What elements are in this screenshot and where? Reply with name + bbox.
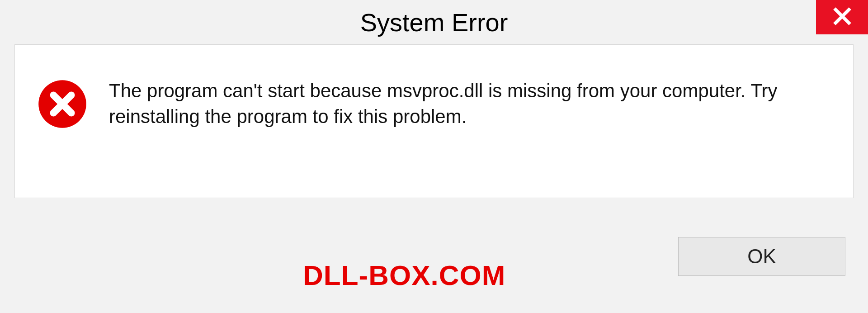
- close-icon: [832, 6, 852, 28]
- brand-watermark: DLL-BOX.COM: [303, 259, 505, 291]
- dialog-footer: DLL-BOX.COM OK: [0, 218, 868, 313]
- ok-button[interactable]: OK: [678, 237, 845, 276]
- titlebar: System Error: [0, 0, 868, 44]
- dialog-title: System Error: [360, 8, 508, 37]
- error-message: The program can't start because msvproc.…: [109, 76, 830, 129]
- close-button[interactable]: [816, 0, 868, 34]
- error-icon: [38, 79, 87, 129]
- dialog-body: The program can't start because msvproc.…: [14, 44, 854, 198]
